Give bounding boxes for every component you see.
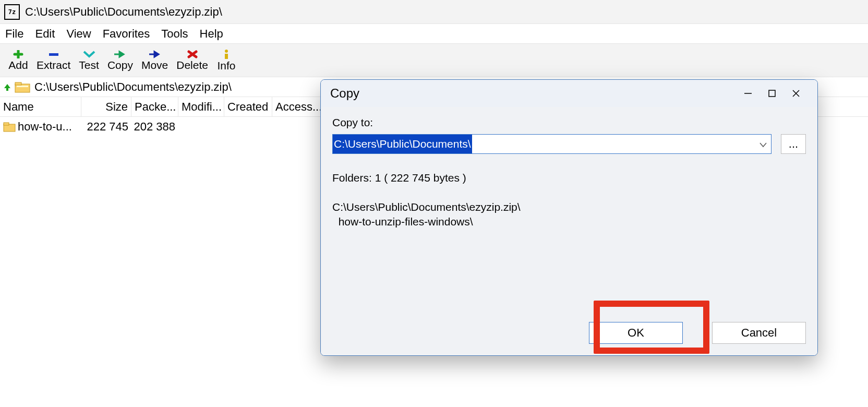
svg-point-1 [225, 50, 228, 53]
up-one-level-icon[interactable] [2, 82, 15, 92]
delete-button[interactable]: Delete [172, 49, 212, 71]
7z-logo-icon: 7z [4, 4, 20, 20]
copy-button[interactable]: Copy [103, 49, 137, 71]
toolbar: Add Extract Test Copy Move Delete Info [0, 44, 868, 77]
cell-name: how-to-u... [0, 120, 81, 134]
address-path[interactable]: C:\Users\Public\Documents\ezyzip.zip\ [34, 80, 232, 94]
col-modified[interactable]: Modifi... [178, 97, 224, 116]
svg-rect-0 [49, 53, 58, 56]
menu-favorites[interactable]: Favorites [103, 27, 150, 41]
source-path-line1: C:\Users\Public\Documents\ezyzip.zip\ [332, 200, 806, 214]
menu-tools[interactable]: Tools [161, 27, 188, 41]
destination-path-text: C:\Users\Public\Documents\ [333, 135, 472, 153]
x-icon [187, 50, 198, 58]
cell-packed: 202 388 [131, 120, 178, 134]
minimize-icon[interactable] [736, 86, 760, 101]
menu-help[interactable]: Help [200, 27, 223, 41]
folders-info: Folders: 1 ( 222 745 bytes ) [332, 172, 806, 184]
browse-button[interactable]: ... [781, 134, 806, 154]
window-title: C:\Users\Public\Documents\ezyzip.zip\ [25, 5, 222, 19]
col-size[interactable]: Size [81, 97, 131, 116]
folder-icon [3, 122, 16, 132]
chevron-down-icon[interactable] [760, 138, 767, 150]
close-icon[interactable] [784, 86, 808, 101]
titlebar: 7z C:\Users\Public\Documents\ezyzip.zip\ [0, 0, 868, 24]
maximize-icon[interactable] [760, 86, 784, 101]
col-accessed[interactable]: Access... [272, 97, 322, 116]
source-path-line2: how-to-unzip-files-windows\ [332, 214, 806, 229]
ok-button[interactable]: OK [589, 322, 683, 344]
col-name[interactable]: Name [0, 97, 81, 116]
folder-icon [15, 81, 30, 93]
copy-dialog: Copy Copy to: C:\Users\Public\Documents\… [320, 79, 818, 356]
svg-rect-4 [15, 82, 21, 85]
check-icon [83, 50, 95, 58]
svg-rect-9 [769, 90, 775, 97]
svg-rect-2 [225, 54, 228, 59]
cancel-button[interactable]: Cancel [712, 322, 806, 344]
arrow-right-green-icon [113, 50, 127, 58]
menu-edit[interactable]: Edit [35, 27, 55, 41]
menu-view[interactable]: View [66, 27, 91, 41]
col-packed[interactable]: Packe... [131, 97, 178, 116]
cell-name-text: how-to-u... [18, 120, 72, 134]
dialog-titlebar: Copy [321, 80, 817, 107]
extract-button[interactable]: Extract [32, 49, 75, 71]
svg-rect-7 [4, 123, 9, 125]
svg-rect-5 [17, 86, 28, 87]
destination-path-input[interactable]: C:\Users\Public\Documents\ [332, 134, 771, 154]
dialog-title: Copy [330, 86, 359, 101]
info-button[interactable]: Info [212, 49, 240, 72]
menu-file[interactable]: File [5, 27, 23, 41]
cell-size: 222 745 [81, 120, 131, 134]
info-icon [223, 50, 230, 59]
minus-icon [48, 50, 59, 58]
test-button[interactable]: Test [75, 49, 103, 71]
menubar: File Edit View Favorites Tools Help [0, 24, 868, 44]
add-button[interactable]: Add [4, 49, 32, 71]
col-created[interactable]: Created [224, 97, 272, 116]
arrow-right-blue-icon [148, 50, 162, 58]
move-button[interactable]: Move [137, 49, 172, 71]
plus-icon [13, 50, 23, 58]
copy-to-label: Copy to: [332, 116, 806, 129]
dialog-body: Copy to: C:\Users\Public\Documents\ ... … [321, 107, 817, 355]
